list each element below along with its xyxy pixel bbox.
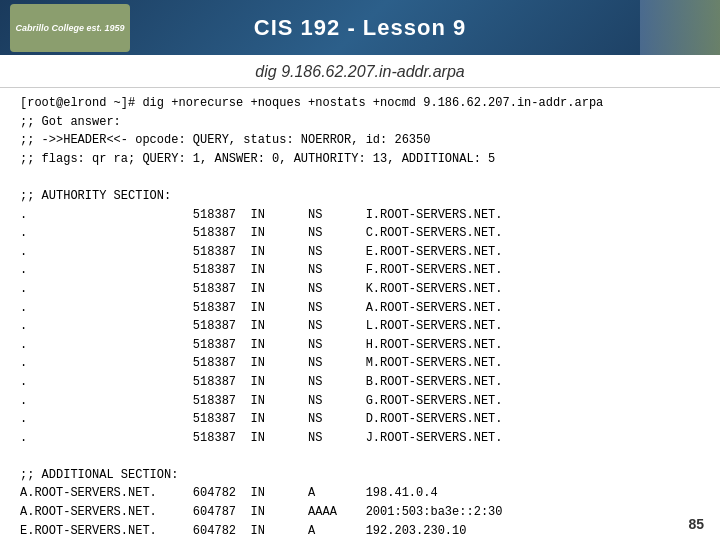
header-decoration bbox=[640, 0, 720, 55]
terminal-line: . 518387 IN NS M.ROOT-SERVERS.NET. bbox=[20, 354, 700, 373]
terminal-line: . 518387 IN NS B.ROOT-SERVERS.NET. bbox=[20, 373, 700, 392]
terminal-line: . 518387 IN NS C.ROOT-SERVERS.NET. bbox=[20, 224, 700, 243]
header-title: CIS 192 - Lesson 9 bbox=[254, 15, 466, 41]
header: Cabrillo College est. 1959 CIS 192 - Les… bbox=[0, 0, 720, 55]
terminal-line: . 518387 IN NS I.ROOT-SERVERS.NET. bbox=[20, 206, 700, 225]
subtitle-text: dig 9.186.62.207.in-addr.arpa bbox=[255, 63, 464, 80]
terminal-line: . 518387 IN NS J.ROOT-SERVERS.NET. bbox=[20, 429, 700, 448]
terminal-line: ;; flags: qr ra; QUERY: 1, ANSWER: 0, AU… bbox=[20, 150, 700, 169]
terminal-line: . 518387 IN NS G.ROOT-SERVERS.NET. bbox=[20, 392, 700, 411]
terminal-line: E.ROOT-SERVERS.NET. 604782 IN A 192.203.… bbox=[20, 522, 700, 540]
logo-text: Cabrillo College est. 1959 bbox=[15, 23, 124, 34]
subtitle: dig 9.186.62.207.in-addr.arpa bbox=[0, 55, 720, 88]
page-number: 85 bbox=[688, 516, 704, 532]
terminal-line: . 518387 IN NS E.ROOT-SERVERS.NET. bbox=[20, 243, 700, 262]
college-logo: Cabrillo College est. 1959 bbox=[10, 4, 130, 52]
terminal-line: ;; AUTHORITY SECTION: bbox=[20, 187, 700, 206]
terminal-line: ;; ADDITIONAL SECTION: bbox=[20, 466, 700, 485]
terminal-line: ;; Got answer: bbox=[20, 113, 700, 132]
terminal-line: A.ROOT-SERVERS.NET. 604787 IN AAAA 2001:… bbox=[20, 503, 700, 522]
terminal-line: . 518387 IN NS L.ROOT-SERVERS.NET. bbox=[20, 317, 700, 336]
terminal-line: ;; ->>HEADER<<- opcode: QUERY, status: N… bbox=[20, 131, 700, 150]
terminal-line: [root@elrond ~]# dig +norecurse +noques … bbox=[20, 94, 700, 113]
terminal-line: . 518387 IN NS H.ROOT-SERVERS.NET. bbox=[20, 336, 700, 355]
terminal-line bbox=[20, 168, 700, 187]
terminal-content: [root@elrond ~]# dig +norecurse +noques … bbox=[0, 88, 720, 540]
terminal-line bbox=[20, 447, 700, 466]
terminal-line: . 518387 IN NS F.ROOT-SERVERS.NET. bbox=[20, 261, 700, 280]
terminal-line: . 518387 IN NS A.ROOT-SERVERS.NET. bbox=[20, 299, 700, 318]
terminal-line: . 518387 IN NS K.ROOT-SERVERS.NET. bbox=[20, 280, 700, 299]
terminal-line: . 518387 IN NS D.ROOT-SERVERS.NET. bbox=[20, 410, 700, 429]
terminal-line: A.ROOT-SERVERS.NET. 604782 IN A 198.41.0… bbox=[20, 484, 700, 503]
